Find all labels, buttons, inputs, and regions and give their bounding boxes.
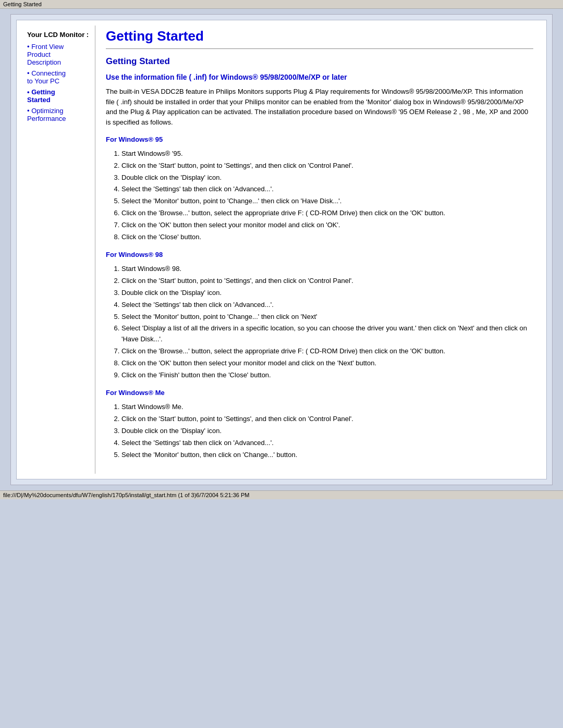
list-item: Click on the 'Close' button.	[121, 232, 533, 243]
sidebar-nav: • Front ViewProductDescription • Connect…	[27, 43, 90, 122]
list-item: Select the 'Settings' tab then click on …	[121, 184, 533, 195]
page-heading: Getting Started	[106, 28, 533, 44]
list-item: Click on the 'Finish' button then the 'C…	[121, 370, 533, 381]
list-item: Select 'Display a list of all the driver…	[121, 323, 533, 345]
list-item: Click on the 'Start' button, point to 'S…	[121, 161, 533, 171]
sidebar-item-getting-started[interactable]: • GettingStarted	[27, 88, 90, 104]
list-item: Click on the 'OK' button then select you…	[121, 358, 533, 369]
sidebar-link-connecting[interactable]: • Connectingto Your PC	[27, 69, 66, 85]
status-bar-text: file:///D|/My%20documents/dfu/W7/english…	[3, 492, 249, 498]
list-item: Double click on the 'Display' icon.	[121, 288, 533, 299]
sidebar-item-front-view[interactable]: • Front ViewProductDescription	[27, 43, 90, 66]
list-item: Double click on the 'Display' icon.	[121, 172, 533, 183]
list-item: Select the 'Settings' tab then click on …	[121, 300, 533, 311]
section-heading-98: For Windows® 98	[106, 251, 533, 258]
list-item: Select the 'Settings' tab then click on …	[121, 438, 533, 449]
list-item: Select the 'Monitor' button, point to 'C…	[121, 312, 533, 323]
sidebar-link-getting-started[interactable]: • GettingStarted	[27, 88, 55, 104]
list-item: Click on the 'Browse...' button, select …	[121, 346, 533, 357]
section-heading-95: For Windows® 95	[106, 135, 533, 143]
sidebar-item-connecting[interactable]: • Connectingto Your PC	[27, 69, 90, 85]
section-title: Getting Started	[106, 56, 533, 67]
list-item: Click on the 'Start' button, point to 'S…	[121, 414, 533, 425]
title-bar-text: Getting Started	[3, 1, 42, 7]
list-item: Start Windows® 98.	[121, 264, 533, 275]
list-item: Select the 'Monitor' button, point to 'C…	[121, 196, 533, 207]
list-item: Select the 'Monitor' button, then click …	[121, 450, 533, 461]
steps-list-95: Start Windows® '95. Click on the 'Start'…	[121, 149, 533, 242]
status-bar: file:///D|/My%20documents/dfu/W7/english…	[0, 490, 563, 499]
steps-list-me: Start Windows® Me. Click on the 'Start' …	[121, 402, 533, 460]
section-heading-me: For Windows® Me	[106, 389, 533, 397]
sidebar: Your LCD Monitor : • Front ViewProductDe…	[17, 20, 95, 479]
list-item: Click on the 'OK' button then select you…	[121, 220, 533, 231]
steps-list-98: Start Windows® 98. Click on the 'Start' …	[121, 264, 533, 380]
sidebar-title: Your LCD Monitor :	[27, 31, 90, 39]
title-bar: Getting Started	[0, 0, 563, 9]
sidebar-item-optimizing[interactable]: • OptimizingPerformance	[27, 107, 90, 122]
sidebar-link-front-view[interactable]: • Front ViewProductDescription	[27, 43, 64, 66]
horizontal-divider	[106, 48, 533, 49]
list-item: Click on the 'Browse...' button, select …	[121, 208, 533, 219]
list-item: Click on the 'Start' button, point to 'S…	[121, 276, 533, 287]
list-item: Start Windows® '95.	[121, 149, 533, 159]
subtitle: Use the information file ( .inf) for Win…	[106, 73, 533, 81]
sidebar-link-optimizing[interactable]: • OptimizingPerformance	[27, 107, 66, 122]
intro-text: The built-in VESA DDC2B feature in Phili…	[106, 87, 533, 127]
list-item: Double click on the 'Display' icon.	[121, 426, 533, 437]
main-content: Getting Started Getting Started Use the …	[95, 20, 546, 479]
list-item: Start Windows® Me.	[121, 402, 533, 413]
